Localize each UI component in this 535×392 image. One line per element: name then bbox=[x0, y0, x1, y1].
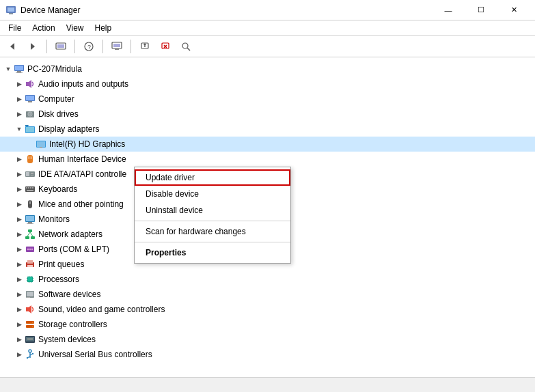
tree-audio[interactable]: ▶ Audio inputs and outputs bbox=[0, 76, 535, 92]
help-button[interactable]: ? bbox=[79, 38, 98, 55]
ctx-uninstall-device[interactable]: Uninstall device bbox=[135, 202, 290, 219]
toolbar-separator-4 bbox=[131, 40, 131, 53]
tree-display[interactable]: ▼ Display adapters bbox=[0, 122, 535, 137]
svg-rect-36 bbox=[37, 141, 45, 147]
tree-root[interactable]: ▼ PC-207Mridula bbox=[0, 61, 535, 76]
svg-rect-48 bbox=[30, 187, 31, 188]
display-folder-icon bbox=[25, 124, 36, 135]
svg-rect-72 bbox=[27, 278, 27, 279]
tree-computer[interactable]: ▶ Computer bbox=[0, 92, 535, 107]
keyboard-expand-icon: ▶ bbox=[14, 184, 25, 195]
root-expand-icon: ▼ bbox=[3, 64, 14, 74]
svg-rect-81 bbox=[27, 292, 33, 296]
ctx-scan-hardware[interactable]: Scan for hardware changes bbox=[135, 223, 290, 240]
ide-label: IDE ATA/ATAPI controlle bbox=[38, 169, 126, 179]
svg-rect-37 bbox=[40, 147, 42, 148]
svg-point-66 bbox=[31, 249, 33, 250]
usb-label: Universal Serial Bus controllers bbox=[38, 350, 152, 359]
menu-help[interactable]: Help bbox=[90, 22, 118, 34]
menu-bar: File Action View Help bbox=[0, 20, 535, 36]
tree-hid[interactable]: ▶ Human Interface Device bbox=[0, 152, 535, 167]
ctx-separator-2 bbox=[135, 242, 290, 242]
svg-rect-59 bbox=[25, 236, 29, 239]
svg-text:?: ? bbox=[87, 44, 91, 51]
svg-rect-50 bbox=[27, 190, 33, 191]
svg-rect-28 bbox=[28, 101, 32, 102]
network-icon bbox=[25, 229, 36, 240]
toolbar-separator-2 bbox=[74, 40, 75, 53]
menu-file[interactable]: File bbox=[3, 22, 27, 34]
svg-rect-27 bbox=[26, 96, 34, 100]
pc-button[interactable] bbox=[107, 38, 126, 55]
ide-icon bbox=[25, 169, 36, 180]
svg-point-92 bbox=[29, 350, 31, 352]
svg-rect-57 bbox=[27, 223, 33, 224]
ports-expand-icon: ▶ bbox=[14, 244, 25, 255]
svg-rect-69 bbox=[27, 265, 33, 267]
display-expand-icon: ▼ bbox=[14, 124, 25, 135]
root-label: PC-207Mridula bbox=[27, 64, 82, 74]
print-icon bbox=[25, 259, 36, 270]
mouse-expand-icon: ▶ bbox=[14, 199, 25, 210]
toolbar-separator-3 bbox=[102, 40, 103, 53]
audio-label: Audio inputs and outputs bbox=[38, 79, 128, 89]
processor-label: Processors bbox=[38, 275, 79, 284]
svg-rect-75 bbox=[33, 280, 33, 281]
svg-line-19 bbox=[187, 48, 190, 51]
svg-point-97 bbox=[27, 357, 28, 359]
tree-system[interactable]: ▶ System devices bbox=[0, 332, 535, 347]
svg-rect-76 bbox=[29, 276, 29, 277]
tree-intel-graphics[interactable]: Intel(R) HD Graphics bbox=[0, 137, 535, 152]
svg-rect-91 bbox=[27, 338, 33, 340]
svg-point-31 bbox=[29, 113, 31, 115]
hid-expand-icon: ▶ bbox=[14, 154, 25, 165]
svg-rect-82 bbox=[27, 297, 30, 298]
disk-label: Disk drives bbox=[38, 109, 79, 119]
usb-icon bbox=[25, 349, 36, 360]
svg-marker-3 bbox=[10, 43, 14, 50]
ctx-properties[interactable]: Properties bbox=[135, 244, 290, 261]
back-button[interactable] bbox=[3, 38, 22, 55]
svg-rect-47 bbox=[28, 187, 29, 188]
context-menu: Update driver Disable device Uninstall d… bbox=[134, 167, 291, 264]
network-label: Network adapters bbox=[38, 229, 102, 239]
system-label: System devices bbox=[38, 335, 96, 344]
close-button[interactable]: ✕ bbox=[498, 0, 530, 20]
keyboard-label: Keyboards bbox=[38, 184, 77, 194]
tree-usb[interactable]: ▶ Universal Serial Bus controllers bbox=[0, 347, 535, 362]
ctx-disable-device[interactable]: Disable device bbox=[135, 186, 290, 202]
window-controls: — ☐ ✕ bbox=[433, 0, 530, 20]
tree-sound[interactable]: ▶ Sound, video and game controllers bbox=[0, 302, 535, 317]
storage-label: Storage controllers bbox=[38, 320, 107, 329]
update-driver-button[interactable] bbox=[135, 38, 154, 55]
app-icon bbox=[5, 5, 16, 16]
intel-expand-icon bbox=[25, 139, 36, 150]
uninstall-button[interactable] bbox=[156, 38, 175, 55]
menu-action[interactable]: Action bbox=[27, 22, 60, 34]
intel-icon bbox=[36, 139, 46, 150]
tree-processor[interactable]: ▶ Processors bbox=[0, 272, 535, 287]
hid-icon bbox=[25, 154, 36, 165]
root-pc-icon bbox=[14, 64, 25, 74]
svg-rect-1 bbox=[8, 8, 14, 12]
tree-disk[interactable]: ▶ Disk drives bbox=[0, 107, 535, 122]
svg-rect-2 bbox=[9, 13, 13, 14]
svg-point-87 bbox=[32, 322, 33, 323]
maximize-button[interactable]: ☐ bbox=[465, 0, 497, 20]
scan-button[interactable] bbox=[176, 38, 195, 55]
forward-button[interactable] bbox=[23, 38, 42, 55]
show-hidden-button[interactable] bbox=[51, 38, 70, 55]
svg-line-62 bbox=[30, 232, 33, 236]
svg-rect-96 bbox=[32, 353, 33, 354]
svg-rect-42 bbox=[26, 172, 29, 176]
minimize-button[interactable]: — bbox=[433, 0, 464, 20]
tree-storage[interactable]: ▶ Storage controllers bbox=[0, 317, 535, 332]
tree-software[interactable]: ▶ Software devices bbox=[0, 287, 535, 302]
software-icon bbox=[25, 289, 36, 300]
menu-view[interactable]: View bbox=[61, 22, 90, 34]
monitor-label: Monitors bbox=[38, 214, 70, 224]
ctx-update-driver[interactable]: Update driver bbox=[135, 169, 290, 186]
svg-point-18 bbox=[182, 43, 188, 48]
sound-label: Sound, video and game controllers bbox=[38, 305, 165, 314]
mouse-icon bbox=[25, 199, 36, 210]
